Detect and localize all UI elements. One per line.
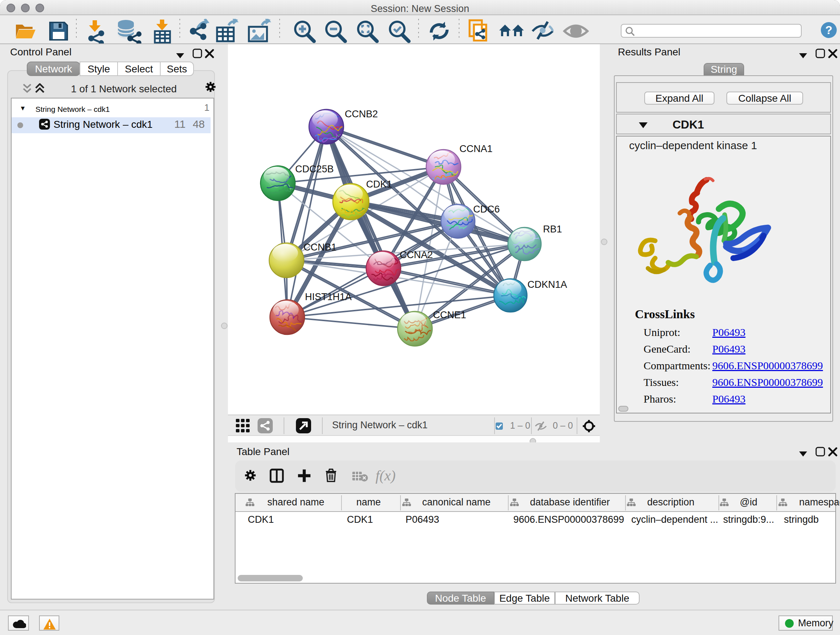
svg-text:CDC25B: CDC25B bbox=[295, 164, 334, 174]
svg-text:CCNB2: CCNB2 bbox=[345, 109, 378, 119]
svg-text:CDKN1A: CDKN1A bbox=[527, 279, 567, 290]
svg-text:CDC6: CDC6 bbox=[473, 204, 500, 215]
svg-text:HIST1H1A: HIST1H1A bbox=[305, 291, 352, 302]
svg-text:CDK1: CDK1 bbox=[366, 179, 392, 190]
svg-text:CCNB1: CCNB1 bbox=[303, 242, 337, 253]
svg-text:CCNA2: CCNA2 bbox=[400, 249, 433, 260]
svg-text:CCNE1: CCNE1 bbox=[433, 310, 466, 320]
svg-text:RB1: RB1 bbox=[543, 224, 562, 234]
svg-text:?: ? bbox=[825, 24, 832, 36]
svg-text:CCNA1: CCNA1 bbox=[459, 143, 493, 154]
